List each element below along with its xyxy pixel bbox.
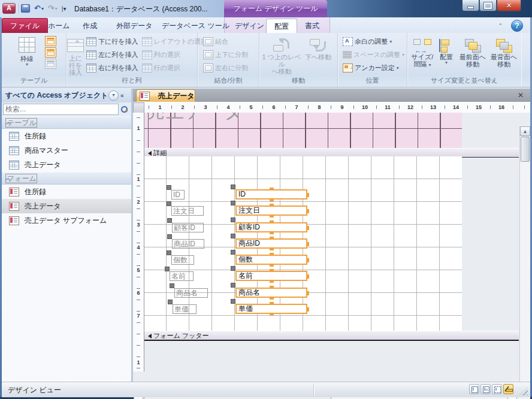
resize-handle[interactable]	[270, 264, 274, 267]
insert-above-button[interactable]: 上に行を挿入	[66, 34, 84, 76]
help-button[interactable]: ?	[511, 20, 523, 32]
vertical-scrollbar[interactable]: ▲ ▼	[519, 126, 530, 399]
resize-handle[interactable]	[270, 269, 274, 271]
tab-external-data[interactable]: 外部データ	[108, 19, 161, 33]
form-footer-section-bar[interactable]: フォーム フッター	[144, 331, 519, 341]
save-button[interactable]	[20, 3, 31, 14]
resize-handle[interactable]	[307, 209, 309, 213]
nav-pane-header[interactable]: すべての Access オブジェクト ▾ «	[2, 89, 131, 103]
align-button[interactable]: 配置▾	[436, 34, 457, 76]
field-textbox[interactable]: 名前	[235, 271, 307, 281]
resize-handle[interactable]	[270, 199, 274, 201]
field-textbox[interactable]: 個数	[235, 255, 307, 265]
field-label[interactable]: 商品名	[174, 288, 208, 298]
resize-handle[interactable]	[270, 204, 274, 206]
tab-create[interactable]: 作成	[75, 19, 105, 33]
move-handle[interactable]	[167, 234, 172, 239]
move-handle[interactable]	[167, 250, 171, 255]
resize-handle[interactable]	[307, 193, 309, 197]
resize-handle[interactable]	[270, 215, 274, 217]
resize-handle[interactable]	[307, 274, 309, 279]
gridlines-button[interactable]: 枠線 ▾	[11, 34, 43, 76]
move-handle[interactable]	[231, 283, 235, 288]
nav-item[interactable]: 住所録	[2, 185, 131, 199]
scroll-up-icon[interactable]: ▲	[520, 126, 530, 136]
field-label[interactable]: ID	[171, 190, 185, 200]
resize-handle[interactable]	[270, 220, 274, 223]
document-close-icon[interactable]: ✕	[516, 90, 525, 100]
resize-handle[interactable]	[307, 291, 309, 295]
insert-right-button[interactable]: 右に列を挿入	[84, 61, 140, 74]
field-textbox[interactable]: 商品ID	[235, 238, 307, 249]
field-label[interactable]: 注文日	[171, 206, 204, 216]
undo-button[interactable]: ↶▾	[33, 3, 45, 14]
resize-handle[interactable]	[270, 248, 274, 250]
layout-view-button[interactable]	[492, 384, 502, 394]
nav-menu-icon[interactable]: ▾	[108, 90, 119, 101]
shutter-bar-icon[interactable]: «	[120, 91, 129, 100]
move-handle[interactable]	[167, 185, 171, 190]
resize-handle[interactable]	[270, 188, 274, 190]
detail-section[interactable]: IDID注文日注文日顧客ID顧客ID商品ID商品ID個数個数名前名前商品名商品名…	[144, 156, 462, 331]
nav-item[interactable]: 売上データ	[2, 199, 131, 213]
insert-left-button[interactable]: 左に列を挿入	[84, 48, 140, 61]
send-to-back-button[interactable]: 最背面へ移動	[488, 34, 519, 76]
field-label[interactable]: 名前	[170, 271, 194, 281]
redo-button[interactable]: ↷▾	[47, 3, 59, 14]
split-horizontal-button[interactable]: 左右に分割	[201, 61, 262, 74]
resize-handle[interactable]	[270, 313, 274, 316]
move-handle[interactable]	[231, 250, 235, 255]
ruler-corner[interactable]	[133, 102, 144, 113]
form-header-section[interactable]: 売上データ	[144, 113, 462, 148]
nav-section-header[interactable]: テーブル︽	[2, 116, 131, 129]
field-textbox[interactable]: 商品名	[235, 288, 307, 298]
nav-item[interactable]: 商品マスター	[2, 143, 131, 158]
resize-handle[interactable]	[270, 253, 274, 255]
bring-to-front-button[interactable]: 最前面へ移動	[457, 34, 488, 76]
resize-handle[interactable]	[307, 258, 309, 262]
merge-button[interactable]: 結合	[201, 35, 262, 48]
move-handle[interactable]	[231, 299, 235, 304]
design-view-button[interactable]	[503, 384, 513, 394]
field-label[interactable]: 個数	[171, 255, 194, 265]
search-input[interactable]: 検索...	[3, 104, 119, 115]
size-spacing-button[interactable]: ←→ サイズ/間隔 ▾	[409, 34, 436, 76]
tabular-layout-button[interactable]	[45, 47, 56, 58]
form-view-button[interactable]	[469, 384, 479, 394]
move-handle[interactable]	[167, 218, 172, 223]
move-handle[interactable]	[231, 185, 235, 189]
maximize-button[interactable]	[479, 0, 497, 11]
move-handle[interactable]	[167, 201, 171, 206]
customize-qat-button[interactable]: |▾	[61, 3, 68, 14]
minimize-button[interactable]	[462, 0, 479, 11]
field-label[interactable]: 単価	[173, 304, 197, 314]
nav-item[interactable]: 売上データ サブフォーム	[2, 213, 131, 228]
adjust-margins-button[interactable]: 余白の調整▾	[341, 35, 410, 48]
move-handle[interactable]	[231, 266, 235, 271]
resize-handle[interactable]	[307, 307, 309, 312]
move-handle[interactable]	[231, 217, 235, 222]
resize-handle[interactable]	[270, 280, 274, 283]
split-vertical-button[interactable]: 上下に分割	[201, 48, 262, 61]
collapse-ribbon-icon[interactable]: ⌃	[498, 23, 503, 29]
datasheet-view-button[interactable]	[480, 384, 491, 394]
vertical-scroll-thumb[interactable]	[521, 137, 530, 162]
resize-handle[interactable]	[270, 232, 274, 234]
move-handle[interactable]	[231, 201, 235, 205]
move-handle[interactable]	[170, 283, 174, 288]
close-button[interactable]: ✕	[497, 0, 521, 11]
access-logo-icon[interactable]: A	[2, 3, 16, 14]
stacked-layout-button[interactable]	[45, 36, 56, 46]
resize-handle[interactable]	[270, 237, 274, 239]
field-textbox[interactable]: 単価	[235, 304, 307, 314]
resize-handle[interactable]	[270, 302, 274, 304]
field-textbox[interactable]: 注文日	[235, 205, 307, 216]
tab-design[interactable]: デザイン	[227, 19, 272, 33]
tab-database-tools[interactable]: データベース ツール	[154, 19, 237, 33]
tab-format[interactable]: 書式	[297, 19, 327, 33]
resize-handle[interactable]	[307, 226, 309, 230]
move-handle[interactable]	[168, 300, 173, 304]
field-textbox[interactable]: ID	[235, 189, 307, 200]
field-label[interactable]: 顧客ID	[172, 223, 204, 232]
resize-grip[interactable]	[519, 387, 528, 395]
